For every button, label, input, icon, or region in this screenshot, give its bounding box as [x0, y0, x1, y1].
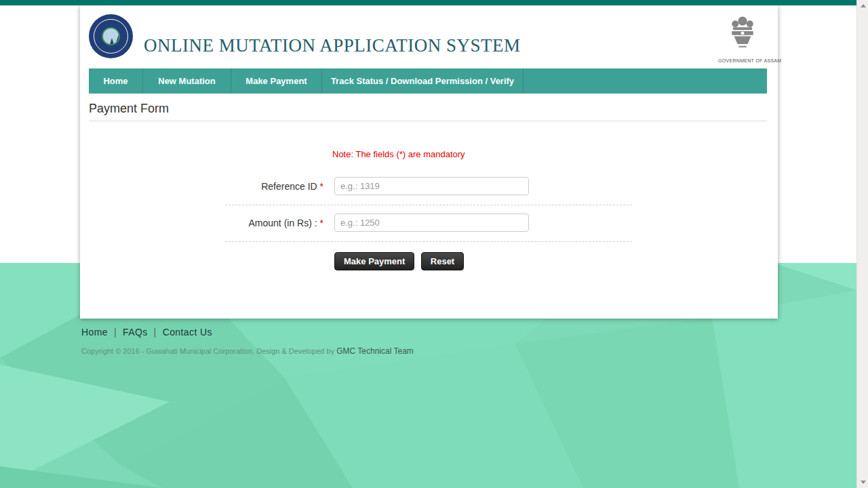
gmc-logo-ring — [94, 19, 128, 54]
vertical-scrollbar[interactable] — [856, 0, 868, 488]
footer-separator: | — [154, 327, 157, 338]
required-asterisk: * — [320, 218, 323, 228]
reference-id-label-text: Reference ID — [261, 181, 317, 192]
scroll-down-icon — [861, 481, 866, 484]
form-actions: Make Payment Reset — [334, 242, 632, 281]
payment-form: Note: The fields (*) are mandatory Refer… — [225, 144, 632, 281]
make-payment-button[interactable]: Make Payment — [334, 252, 414, 270]
reference-id-row: Reference ID * — [225, 169, 632, 205]
app-title: ONLINE MUTATION APPLICATION SYSTEM — [144, 35, 521, 56]
copyright-prefix: Copyright © 2016 - Guwahati Municipal Co… — [81, 347, 336, 355]
footer-separator: | — [114, 327, 117, 338]
reference-id-label: Reference ID * — [225, 181, 323, 192]
assam-emblem: GOVERNMENT OF ASSAM — [718, 15, 767, 63]
gmc-logo-center — [102, 27, 120, 45]
amount-row: Amount (in Rs) : * — [225, 205, 632, 242]
heading-divider — [89, 121, 767, 121]
scroll-up-button[interactable] — [857, 0, 868, 12]
reset-button[interactable]: Reset — [421, 252, 464, 270]
content-card: ONLINE MUTATION APPLICATION SYSTEM GOVER… — [80, 5, 778, 319]
scroll-up-icon — [861, 4, 866, 7]
mandatory-note: Note: The fields (*) are mandatory — [332, 144, 632, 169]
footer-link-faqs[interactable]: FAQs — [123, 327, 148, 338]
copyright-text: Copyright © 2016 - Guwahati Municipal Co… — [81, 346, 414, 356]
amount-label: Amount (in Rs) : * — [225, 218, 323, 228]
top-accent-bar — [0, 0, 856, 5]
reference-id-input[interactable] — [334, 177, 529, 195]
footer-links: Home|FAQs|Contact Us — [81, 327, 414, 338]
amount-input[interactable] — [334, 214, 529, 232]
main-navbar: Home New Mutation Make Payment Track Sta… — [89, 68, 767, 94]
footer-link-home[interactable]: Home — [81, 327, 108, 338]
gmc-technical-team-link[interactable]: GMC Technical Team — [336, 346, 414, 356]
gmc-logo-icon — [89, 14, 133, 58]
ashoka-emblem-icon — [726, 15, 760, 54]
nav-item-home[interactable]: Home — [89, 68, 143, 94]
header: ONLINE MUTATION APPLICATION SYSTEM GOVER… — [80, 5, 778, 68]
nav-item-new-mutation[interactable]: New Mutation — [143, 68, 231, 94]
emblem-caption: GOVERNMENT OF ASSAM — [718, 58, 767, 63]
footer: Home|FAQs|Contact Us Copyright © 2016 - … — [81, 327, 414, 356]
required-asterisk: * — [320, 181, 323, 192]
scroll-down-button[interactable] — [857, 476, 868, 488]
nav-item-make-payment[interactable]: Make Payment — [231, 68, 322, 94]
nav-item-track-status[interactable]: Track Status / Download Permission / Ver… — [322, 68, 524, 94]
page-title: Payment Form — [89, 102, 169, 116]
amount-label-text: Amount (in Rs) : — [249, 218, 317, 228]
footer-link-contact-us[interactable]: Contact Us — [163, 327, 212, 338]
